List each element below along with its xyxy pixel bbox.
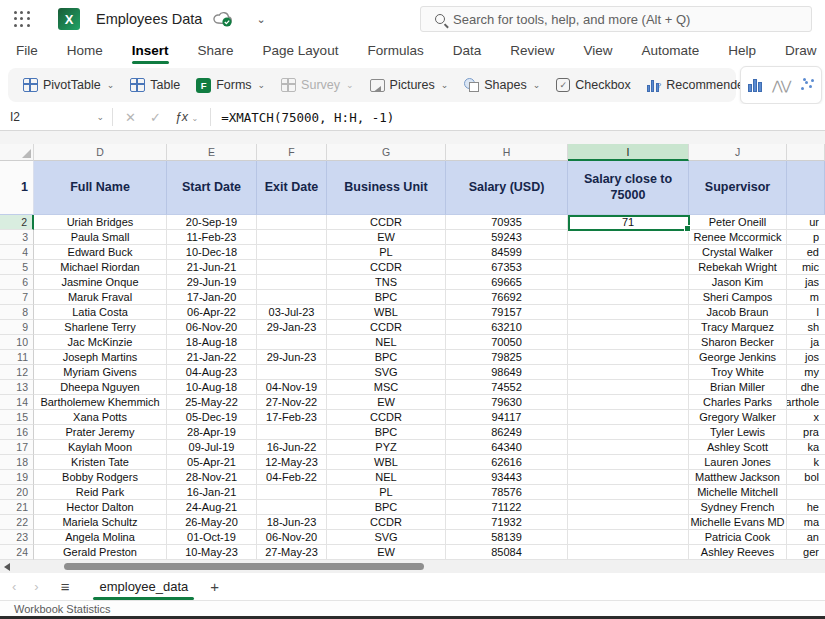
row-header-12[interactable]: 12 xyxy=(0,365,34,380)
menu-tab-help[interactable]: Help xyxy=(728,43,756,62)
business-unit-cell[interactable]: SVG xyxy=(327,365,446,380)
supervisor-cell[interactable]: Sharon Becker xyxy=(689,335,787,350)
column-header-k[interactable] xyxy=(787,144,825,161)
salary-cell[interactable]: 98649 xyxy=(446,365,568,380)
app-launcher-icon[interactable] xyxy=(12,9,32,29)
row-header-21[interactable]: 21 xyxy=(0,500,34,515)
row-header-1[interactable]: 1 xyxy=(0,161,34,215)
workbook-statistics-button[interactable]: Workbook Statistics xyxy=(14,603,110,615)
full-name-cell[interactable]: Jac McKinzie xyxy=(34,335,167,350)
row-header-5[interactable]: 5 xyxy=(0,260,34,275)
formula-input[interactable]: =XMATCH(75000, H:H, -1) xyxy=(221,110,394,125)
name-box[interactable]: I2 ⌄ xyxy=(0,104,112,130)
overflow-text-cell[interactable]: sh xyxy=(787,320,825,335)
salary-cell[interactable]: 78576 xyxy=(446,485,568,500)
supervisor-cell[interactable]: Sydney French xyxy=(689,500,787,515)
overflow-text-cell[interactable]: ur xyxy=(787,215,825,230)
supervisor-cell[interactable]: Sheri Campos xyxy=(689,290,787,305)
salary-close-cell[interactable] xyxy=(568,350,689,365)
row-header-4[interactable]: 4 xyxy=(0,245,34,260)
salary-cell[interactable]: 79157 xyxy=(446,305,568,320)
full-name-cell[interactable]: Gerald Preston xyxy=(34,545,167,560)
exit-date-cell[interactable] xyxy=(257,260,327,275)
business-unit-cell[interactable]: CCDR xyxy=(327,515,446,530)
start-date-cell[interactable]: 06-Apr-22 xyxy=(167,305,257,320)
row-header-24[interactable]: 24 xyxy=(0,545,34,560)
salary-close-cell[interactable]: 71 xyxy=(568,215,689,230)
salary-close-cell[interactable] xyxy=(568,500,689,515)
exit-date-cell[interactable]: 17-Feb-23 xyxy=(257,410,327,425)
menu-tab-home[interactable]: Home xyxy=(67,43,103,62)
supervisor-cell[interactable]: Crystal Walker xyxy=(689,245,787,260)
row-header-23[interactable]: 23 xyxy=(0,530,34,545)
overflow-text-cell[interactable] xyxy=(787,485,825,500)
overflow-text-cell[interactable]: arthole xyxy=(787,395,825,410)
column-header-G[interactable]: G xyxy=(327,144,446,161)
menu-tab-draw[interactable]: Draw xyxy=(785,43,817,62)
full-name-cell[interactable]: Bobby Rodgers xyxy=(34,470,167,485)
supervisor-cell[interactable]: Peter Oneill xyxy=(689,215,787,230)
menu-tab-formulas[interactable]: Formulas xyxy=(367,43,423,62)
salary-close-cell[interactable] xyxy=(568,320,689,335)
start-date-cell[interactable]: 11-Feb-23 xyxy=(167,230,257,245)
header-cell[interactable]: Full Name xyxy=(34,161,167,215)
salary-close-cell[interactable] xyxy=(568,380,689,395)
salary-cell[interactable]: 70050 xyxy=(446,335,568,350)
salary-cell[interactable]: 69665 xyxy=(446,275,568,290)
start-date-cell[interactable]: 21-Jan-22 xyxy=(167,350,257,365)
header-cell[interactable]: Start Date xyxy=(167,161,257,215)
title-chevron-down-icon[interactable]: ⌄ xyxy=(256,13,265,26)
full-name-cell[interactable]: Joseph Martins xyxy=(34,350,167,365)
business-unit-cell[interactable]: CCDR xyxy=(327,320,446,335)
business-unit-cell[interactable]: CCDR xyxy=(327,260,446,275)
start-date-cell[interactable]: 17-Jan-20 xyxy=(167,290,257,305)
supervisor-cell[interactable]: Michelle Evans MD xyxy=(689,515,787,530)
business-unit-cell[interactable]: PYZ xyxy=(327,440,446,455)
row-header-18[interactable]: 18 xyxy=(0,455,34,470)
exit-date-cell[interactable] xyxy=(257,500,327,515)
column-chart-icon[interactable] xyxy=(748,78,762,92)
start-date-cell[interactable]: 21-Jun-21 xyxy=(167,260,257,275)
all-sheets-menu-icon[interactable]: ≡ xyxy=(61,578,70,595)
salary-close-cell[interactable] xyxy=(568,515,689,530)
row-header-6[interactable]: 6 xyxy=(0,275,34,290)
header-cell[interactable]: Supervisor xyxy=(689,161,787,215)
line-chart-icon[interactable]: ⋀⋁ xyxy=(772,78,789,93)
cancel-entry-icon[interactable]: ✕ xyxy=(125,110,136,125)
row-header-17[interactable]: 17 xyxy=(0,440,34,455)
shapes-button[interactable]: Shapes⌄ xyxy=(457,71,547,99)
row-header-22[interactable]: 22 xyxy=(0,515,34,530)
row-header-19[interactable]: 19 xyxy=(0,470,34,485)
salary-cell[interactable]: 62616 xyxy=(446,455,568,470)
overflow-text-cell[interactable]: my xyxy=(787,365,825,380)
overflow-text-cell[interactable]: m xyxy=(787,290,825,305)
salary-close-cell[interactable] xyxy=(568,260,689,275)
full-name-cell[interactable]: Jasmine Onque xyxy=(34,275,167,290)
header-cell[interactable] xyxy=(787,161,825,215)
business-unit-cell[interactable]: PL xyxy=(327,485,446,500)
column-header-E[interactable]: E xyxy=(167,144,257,161)
business-unit-cell[interactable]: NEL xyxy=(327,470,446,485)
supervisor-cell[interactable]: Ashley Scott xyxy=(689,440,787,455)
salary-cell[interactable]: 86249 xyxy=(446,425,568,440)
exit-date-cell[interactable]: 27-May-23 xyxy=(257,545,327,560)
salary-cell[interactable]: 67353 xyxy=(446,260,568,275)
row-header-11[interactable]: 11 xyxy=(0,350,34,365)
row-header-15[interactable]: 15 xyxy=(0,410,34,425)
business-unit-cell[interactable]: WBL xyxy=(327,455,446,470)
full-name-cell[interactable]: Sharlene Terry xyxy=(34,320,167,335)
salary-close-cell[interactable] xyxy=(568,290,689,305)
row-header-13[interactable]: 13 xyxy=(0,380,34,395)
start-date-cell[interactable]: 05-Apr-21 xyxy=(167,455,257,470)
salary-close-cell[interactable] xyxy=(568,230,689,245)
full-name-cell[interactable]: Hector Dalton xyxy=(34,500,167,515)
business-unit-cell[interactable]: EW xyxy=(327,545,446,560)
business-unit-cell[interactable]: TNS xyxy=(327,275,446,290)
salary-cell[interactable]: 71932 xyxy=(446,515,568,530)
start-date-cell[interactable]: 29-Jun-19 xyxy=(167,275,257,290)
salary-cell[interactable]: 76692 xyxy=(446,290,568,305)
business-unit-cell[interactable]: BPC xyxy=(327,500,446,515)
salary-close-cell[interactable] xyxy=(568,365,689,380)
row-header-9[interactable]: 9 xyxy=(0,320,34,335)
header-cell[interactable]: Business Unit xyxy=(327,161,446,215)
